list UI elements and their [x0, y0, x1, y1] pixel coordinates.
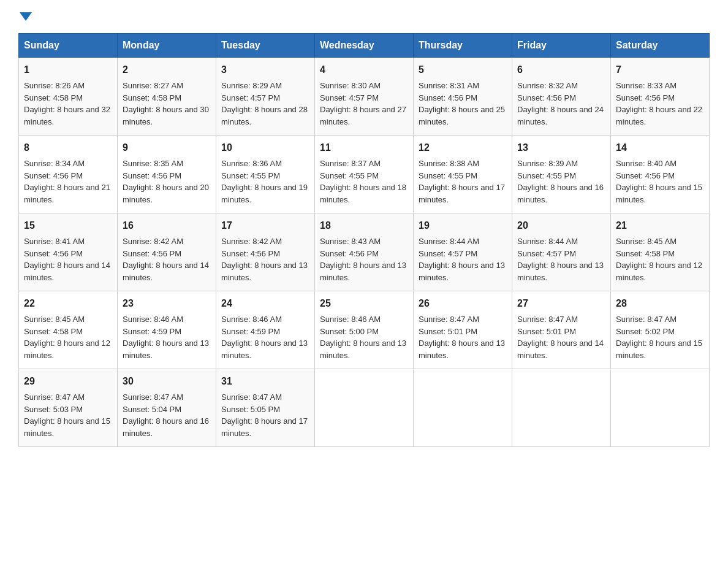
calendar-cell: 8Sunrise: 8:34 AMSunset: 4:56 PMDaylight… [19, 136, 118, 213]
day-number: 24 [221, 296, 309, 311]
day-number: 22 [24, 296, 112, 311]
calendar-cell: 4Sunrise: 8:30 AMSunset: 4:57 PMDaylight… [315, 58, 414, 136]
calendar-cell: 19Sunrise: 8:44 AMSunset: 4:57 PMDayligh… [414, 213, 512, 291]
calendar-cell: 21Sunrise: 8:45 AMSunset: 4:58 PMDayligh… [611, 213, 710, 291]
day-info: Sunrise: 8:38 AMSunset: 4:55 PMDaylight:… [419, 158, 507, 205]
day-number: 26 [419, 296, 507, 311]
calendar-cell: 18Sunrise: 8:43 AMSunset: 4:56 PMDayligh… [315, 213, 414, 291]
weekday-header-wednesday: Wednesday [315, 34, 414, 58]
calendar-cell: 12Sunrise: 8:38 AMSunset: 4:55 PMDayligh… [414, 136, 512, 213]
calendar-cell: 5Sunrise: 8:31 AMSunset: 4:56 PMDaylight… [414, 58, 512, 136]
day-number: 12 [419, 140, 507, 155]
day-info: Sunrise: 8:44 AMSunset: 4:57 PMDaylight:… [517, 236, 605, 283]
day-number: 13 [517, 140, 605, 155]
day-number: 27 [517, 296, 605, 311]
day-info: Sunrise: 8:42 AMSunset: 4:56 PMDaylight:… [221, 236, 309, 283]
day-info: Sunrise: 8:26 AMSunset: 4:58 PMDaylight:… [24, 80, 112, 128]
calendar-cell: 26Sunrise: 8:47 AMSunset: 5:01 PMDayligh… [414, 291, 512, 369]
calendar-cell: 2Sunrise: 8:27 AMSunset: 4:58 PMDaylight… [118, 58, 216, 136]
calendar-cell: 1Sunrise: 8:26 AMSunset: 4:58 PMDaylight… [19, 58, 118, 136]
day-number: 4 [320, 63, 408, 77]
day-info: Sunrise: 8:43 AMSunset: 4:56 PMDaylight:… [320, 236, 408, 283]
calendar-cell: 11Sunrise: 8:37 AMSunset: 4:55 PMDayligh… [315, 136, 414, 213]
logo [18, 12, 32, 21]
day-info: Sunrise: 8:39 AMSunset: 4:55 PMDaylight:… [517, 158, 605, 205]
day-number: 20 [517, 218, 605, 233]
day-number: 14 [616, 140, 704, 155]
day-number: 23 [123, 296, 211, 311]
day-number: 5 [419, 63, 507, 77]
calendar-cell: 16Sunrise: 8:42 AMSunset: 4:56 PMDayligh… [118, 213, 216, 291]
weekday-header-saturday: Saturday [611, 34, 710, 58]
calendar-cell: 23Sunrise: 8:46 AMSunset: 4:59 PMDayligh… [118, 291, 216, 369]
day-number: 3 [221, 63, 309, 77]
calendar-cell: 14Sunrise: 8:40 AMSunset: 4:56 PMDayligh… [611, 136, 710, 213]
calendar-cell: 27Sunrise: 8:47 AMSunset: 5:01 PMDayligh… [512, 291, 611, 369]
day-number: 10 [221, 140, 309, 155]
calendar-cell [512, 369, 611, 447]
day-number: 1 [24, 63, 112, 77]
calendar-cell: 28Sunrise: 8:47 AMSunset: 5:02 PMDayligh… [611, 291, 710, 369]
calendar-cell [315, 369, 414, 447]
day-number: 11 [320, 140, 408, 155]
day-number: 31 [221, 374, 309, 389]
day-info: Sunrise: 8:31 AMSunset: 4:56 PMDaylight:… [419, 80, 507, 128]
day-number: 8 [24, 140, 112, 155]
weekday-header-tuesday: Tuesday [216, 34, 315, 58]
calendar-cell [414, 369, 512, 447]
calendar-cell: 3Sunrise: 8:29 AMSunset: 4:57 PMDaylight… [216, 58, 315, 136]
day-info: Sunrise: 8:30 AMSunset: 4:57 PMDaylight:… [320, 80, 408, 128]
calendar-cell: 20Sunrise: 8:44 AMSunset: 4:57 PMDayligh… [512, 213, 611, 291]
day-info: Sunrise: 8:45 AMSunset: 4:58 PMDaylight:… [616, 236, 704, 283]
calendar-week-row: 15Sunrise: 8:41 AMSunset: 4:56 PMDayligh… [19, 213, 710, 291]
day-number: 28 [616, 296, 704, 311]
day-info: Sunrise: 8:33 AMSunset: 4:56 PMDaylight:… [616, 80, 704, 128]
day-number: 9 [123, 140, 211, 155]
weekday-header-thursday: Thursday [414, 34, 512, 58]
calendar-cell: 9Sunrise: 8:35 AMSunset: 4:56 PMDaylight… [118, 136, 216, 213]
day-info: Sunrise: 8:47 AMSunset: 5:02 PMDaylight:… [616, 313, 704, 361]
day-number: 2 [123, 63, 211, 77]
calendar-cell: 31Sunrise: 8:47 AMSunset: 5:05 PMDayligh… [216, 369, 315, 447]
day-info: Sunrise: 8:44 AMSunset: 4:57 PMDaylight:… [419, 236, 507, 283]
calendar-cell: 6Sunrise: 8:32 AMSunset: 4:56 PMDaylight… [512, 58, 611, 136]
day-number: 25 [320, 296, 408, 311]
calendar-cell: 25Sunrise: 8:46 AMSunset: 5:00 PMDayligh… [315, 291, 414, 369]
day-info: Sunrise: 8:36 AMSunset: 4:55 PMDaylight:… [221, 158, 309, 205]
day-info: Sunrise: 8:46 AMSunset: 4:59 PMDaylight:… [221, 313, 309, 361]
day-number: 29 [24, 374, 112, 389]
day-info: Sunrise: 8:47 AMSunset: 5:03 PMDaylight:… [24, 391, 112, 439]
day-number: 6 [517, 63, 605, 77]
day-info: Sunrise: 8:40 AMSunset: 4:56 PMDaylight:… [616, 158, 704, 205]
calendar-week-row: 22Sunrise: 8:45 AMSunset: 4:58 PMDayligh… [19, 291, 710, 369]
calendar-cell: 17Sunrise: 8:42 AMSunset: 4:56 PMDayligh… [216, 213, 315, 291]
day-info: Sunrise: 8:41 AMSunset: 4:56 PMDaylight:… [24, 236, 112, 283]
day-info: Sunrise: 8:46 AMSunset: 5:00 PMDaylight:… [320, 313, 408, 361]
calendar-week-row: 29Sunrise: 8:47 AMSunset: 5:03 PMDayligh… [19, 369, 710, 447]
day-info: Sunrise: 8:46 AMSunset: 4:59 PMDaylight:… [123, 313, 211, 361]
calendar-cell: 7Sunrise: 8:33 AMSunset: 4:56 PMDaylight… [611, 58, 710, 136]
day-info: Sunrise: 8:47 AMSunset: 5:01 PMDaylight:… [517, 313, 605, 361]
day-info: Sunrise: 8:42 AMSunset: 4:56 PMDaylight:… [123, 236, 211, 283]
calendar-cell: 15Sunrise: 8:41 AMSunset: 4:56 PMDayligh… [19, 213, 118, 291]
day-number: 15 [24, 218, 112, 233]
day-info: Sunrise: 8:47 AMSunset: 5:05 PMDaylight:… [221, 391, 309, 439]
day-number: 21 [616, 218, 704, 233]
weekday-header-sunday: Sunday [19, 34, 118, 58]
calendar-cell: 30Sunrise: 8:47 AMSunset: 5:04 PMDayligh… [118, 369, 216, 447]
day-info: Sunrise: 8:29 AMSunset: 4:57 PMDaylight:… [221, 80, 309, 128]
calendar-week-row: 8Sunrise: 8:34 AMSunset: 4:56 PMDaylight… [19, 136, 710, 213]
calendar-cell [611, 369, 710, 447]
calendar-cell: 24Sunrise: 8:46 AMSunset: 4:59 PMDayligh… [216, 291, 315, 369]
calendar-cell: 22Sunrise: 8:45 AMSunset: 4:58 PMDayligh… [19, 291, 118, 369]
weekday-header-friday: Friday [512, 34, 611, 58]
calendar-cell: 29Sunrise: 8:47 AMSunset: 5:03 PMDayligh… [19, 369, 118, 447]
page-header [18, 12, 710, 21]
day-info: Sunrise: 8:45 AMSunset: 4:58 PMDaylight:… [24, 313, 112, 361]
day-info: Sunrise: 8:47 AMSunset: 5:01 PMDaylight:… [419, 313, 507, 361]
day-number: 18 [320, 218, 408, 233]
calendar-table: SundayMondayTuesdayWednesdayThursdayFrid… [18, 33, 710, 447]
day-info: Sunrise: 8:47 AMSunset: 5:04 PMDaylight:… [123, 391, 211, 439]
day-info: Sunrise: 8:35 AMSunset: 4:56 PMDaylight:… [123, 158, 211, 205]
day-info: Sunrise: 8:27 AMSunset: 4:58 PMDaylight:… [123, 80, 211, 128]
